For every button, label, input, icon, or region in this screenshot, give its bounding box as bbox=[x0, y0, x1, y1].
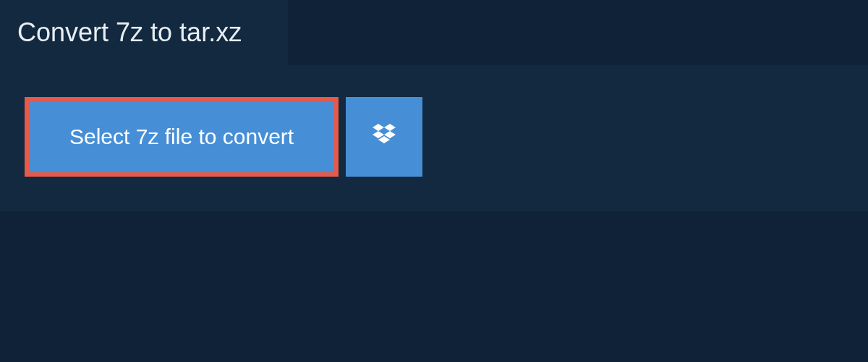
dropbox-icon bbox=[370, 121, 399, 153]
page-title-tab: Convert 7z to tar.xz bbox=[0, 0, 288, 65]
page-title: Convert 7z to tar.xz bbox=[17, 17, 242, 47]
select-file-button-label: Select 7z file to convert bbox=[69, 125, 294, 149]
button-row: Select 7z file to convert bbox=[25, 97, 843, 177]
dropbox-button[interactable] bbox=[346, 97, 422, 177]
select-file-button[interactable]: Select 7z file to convert bbox=[25, 97, 339, 177]
converter-panel: Select 7z file to convert bbox=[0, 65, 868, 211]
footer-space bbox=[0, 211, 868, 356]
